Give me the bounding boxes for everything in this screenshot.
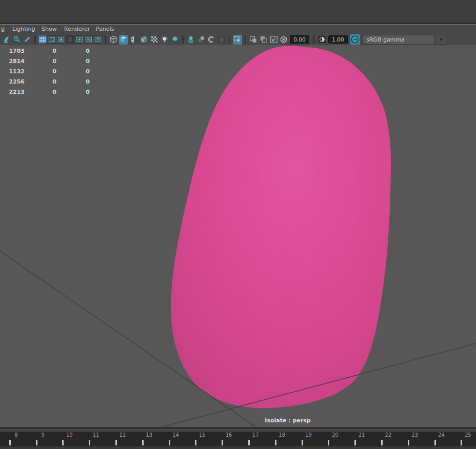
textured-cube-icon[interactable] <box>140 35 149 45</box>
time-slider[interactable]: 8910111213141516171819202122232425 <box>0 432 476 446</box>
hud-value: 0 <box>56 68 90 75</box>
contrast-icon[interactable] <box>318 35 326 44</box>
menu-shading-partial[interactable]: g <box>1 26 5 32</box>
frame-number: 25 <box>465 432 471 438</box>
hud-value: 0 <box>25 89 56 95</box>
sail-icon[interactable] <box>2 35 11 45</box>
frame-tick <box>434 440 436 445</box>
isolated-object[interactable] <box>171 46 391 409</box>
frame-number: 24 <box>438 432 445 438</box>
contrast-field[interactable] <box>328 35 348 44</box>
frame-number: 9 <box>41 432 44 438</box>
xray-joints-icon[interactable] <box>259 35 268 45</box>
top-panel-strip <box>0 0 476 23</box>
frame-tick <box>195 440 196 445</box>
shaded-cube-icon[interactable] <box>119 35 128 45</box>
blank-swatch-icon[interactable] <box>217 35 226 45</box>
hud-value: 1132 <box>0 68 25 75</box>
material-sphere-icon[interactable] <box>129 35 138 45</box>
timeline-bottom-band <box>0 446 476 449</box>
hud-value: 0 <box>25 48 56 54</box>
frame-number: 15 <box>199 432 206 438</box>
menu-panels[interactable]: Panels <box>96 26 114 32</box>
hud-row: 221300 <box>0 89 90 99</box>
hud-value: 1703 <box>0 48 25 54</box>
menu-renderer[interactable]: Renderer <box>64 26 90 32</box>
exposure-field[interactable] <box>290 35 309 44</box>
checker-icon[interactable] <box>150 35 159 45</box>
viewport[interactable]: 170300281400113200225600221300 Isolate :… <box>0 45 476 427</box>
hud-value: 0 <box>56 89 90 95</box>
resize-arrow-icon[interactable] <box>269 35 279 45</box>
frame-tick <box>275 440 276 445</box>
frame-number: 22 <box>385 432 392 438</box>
frame-tick <box>248 440 250 445</box>
toolbar-separator <box>313 35 314 44</box>
menu-show[interactable]: Show <box>42 26 57 32</box>
shadows-icon[interactable] <box>170 35 180 45</box>
frame-tick <box>302 440 303 445</box>
hud-value: 2256 <box>0 78 25 85</box>
isolate-mode-label: Isolate : persp <box>265 417 310 424</box>
gamma-on-label: ON <box>352 38 357 41</box>
frame-number: 20 <box>332 432 339 438</box>
frame-tick <box>354 440 356 445</box>
hud-value: 0 <box>56 58 90 65</box>
frame-number: 8 <box>15 432 18 438</box>
frame-number: 18 <box>279 432 285 438</box>
hud-row: 113200 <box>0 68 90 78</box>
anti-alias-icon[interactable] <box>207 35 216 45</box>
viewport-canvas[interactable] <box>0 45 476 427</box>
xray-icon[interactable] <box>249 35 258 45</box>
frame-number: 23 <box>411 432 418 438</box>
frame-tick <box>328 440 329 445</box>
frame-number: 10 <box>66 432 73 438</box>
hud-value: 2814 <box>0 58 25 65</box>
gamma-enable-toggle[interactable]: ON <box>350 34 360 45</box>
lights-icon[interactable] <box>160 35 169 45</box>
frame-number: 13 <box>146 432 152 438</box>
frame-number: 17 <box>252 432 259 438</box>
toolbar-separator <box>245 35 246 44</box>
safe-action-icon[interactable] <box>85 35 93 44</box>
safe-title-icon[interactable] <box>94 35 102 44</box>
wireframe-cube-icon[interactable] <box>109 35 118 45</box>
toolbar-separator <box>229 35 230 44</box>
hud-value: 0 <box>56 48 90 54</box>
film-gate-icon[interactable] <box>48 35 56 44</box>
hud-row: 170300 <box>0 48 90 58</box>
frame-tick <box>62 440 64 445</box>
frame-tick <box>89 440 90 445</box>
frame-tick <box>408 440 409 445</box>
toolbar-separator <box>105 35 106 44</box>
hud-value: 0 <box>25 68 56 75</box>
frame-number: 11 <box>93 432 100 438</box>
gate-mask-icon[interactable] <box>66 35 74 44</box>
frame-number: 21 <box>359 432 365 438</box>
menu-lighting[interactable]: Lighting <box>12 26 35 32</box>
frame-tick <box>461 440 462 445</box>
frame-number: 12 <box>120 432 126 438</box>
hud-row: 225600 <box>0 78 90 89</box>
hud-value: 2213 <box>0 89 25 95</box>
hud-value: 0 <box>25 78 56 85</box>
pencil-icon[interactable] <box>23 35 32 45</box>
motion-blur-icon[interactable] <box>196 35 206 45</box>
pan-zoom-magnifier-icon[interactable] <box>12 35 22 45</box>
ssao-icon[interactable] <box>186 35 195 45</box>
hud-value: 0 <box>56 78 90 85</box>
isolate-select-icon[interactable] <box>233 35 242 45</box>
frame-tick <box>222 440 223 445</box>
aperture-icon[interactable] <box>280 35 288 44</box>
panel-menubar: g Lighting Show Renderer Panels <box>0 25 476 34</box>
frame-tick <box>9 440 11 445</box>
field-chart-icon[interactable] <box>75 35 84 44</box>
toolbar-separator <box>182 35 184 44</box>
chevron-down-icon[interactable]: ▼ <box>437 35 446 45</box>
colorspace-dropdown[interactable]: sRGB gamma <box>362 35 435 45</box>
resolution-gate-icon[interactable] <box>57 35 65 44</box>
color-management-controls: ON sRGB gamma ▼ <box>280 34 446 45</box>
grid-icon[interactable] <box>38 35 47 44</box>
hud-row: 281400 <box>0 58 90 68</box>
frame-tick <box>169 440 170 445</box>
